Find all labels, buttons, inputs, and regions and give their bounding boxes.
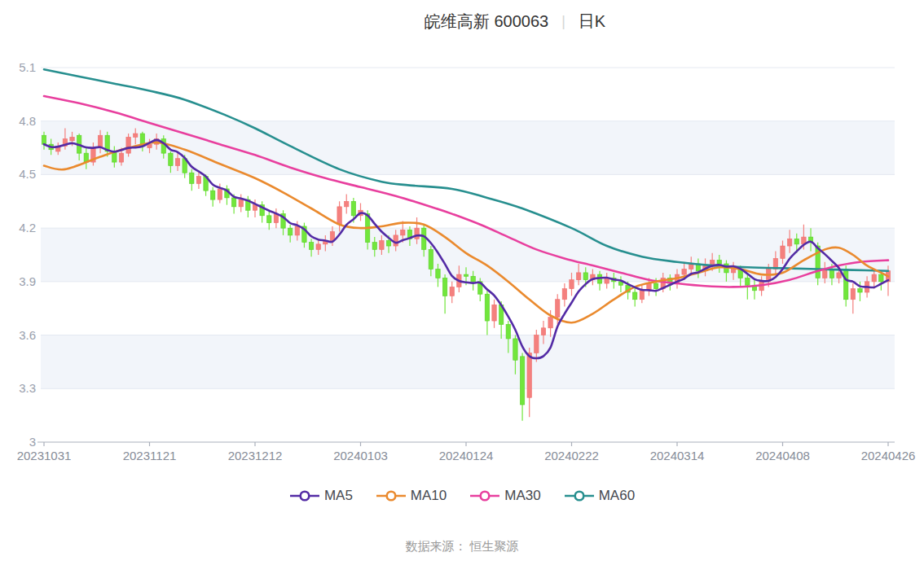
svg-text:5.1: 5.1 — [19, 60, 36, 74]
legend-item-ma10[interactable]: MA10 — [376, 488, 447, 504]
svg-text:20240103: 20240103 — [333, 449, 388, 462]
legend-marker-icon — [289, 489, 320, 502]
y-axis-labels: 5.14.84.54.23.93.63.33 — [19, 60, 36, 449]
legend-marker-icon — [469, 489, 500, 502]
svg-text:20240124: 20240124 — [439, 449, 494, 462]
legend-item-ma30[interactable]: MA30 — [469, 488, 540, 504]
svg-text:3.9: 3.9 — [19, 274, 36, 288]
legend-label: MA10 — [411, 488, 447, 504]
svg-text:20240222: 20240222 — [544, 449, 599, 462]
legend-marker-icon — [376, 489, 407, 502]
x-axis — [37, 442, 895, 446]
legend-label: MA5 — [324, 488, 353, 504]
svg-text:4.8: 4.8 — [19, 114, 36, 128]
legend-item-ma60[interactable]: MA60 — [564, 488, 635, 504]
svg-text:20231031: 20231031 — [17, 449, 72, 462]
kline-chart[interactable]: 2023103120231121202312122024010320240124… — [0, 0, 924, 484]
svg-text:3.6: 3.6 — [19, 328, 36, 342]
svg-text:20231121: 20231121 — [123, 449, 177, 462]
svg-text:20231212: 20231212 — [228, 449, 283, 462]
x-axis-labels: 2023103120231121202312122024010320240124… — [17, 449, 916, 462]
svg-text:3: 3 — [29, 435, 36, 449]
svg-text:20240426: 20240426 — [861, 449, 916, 462]
legend-marker-icon — [564, 489, 595, 502]
legend-label: MA30 — [504, 488, 540, 504]
svg-text:20240314: 20240314 — [650, 449, 705, 462]
kline-page: 皖维高新 600063 | 日K 20231031202311212023121… — [0, 0, 924, 561]
svg-text:4.5: 4.5 — [19, 167, 36, 181]
svg-text:4.2: 4.2 — [19, 221, 36, 234]
legend-label: MA60 — [599, 488, 635, 504]
svg-text:20240408: 20240408 — [755, 449, 810, 462]
legend-item-ma5[interactable]: MA5 — [289, 488, 353, 504]
svg-text:3.3: 3.3 — [19, 381, 36, 395]
data-source: 数据来源： 恒生聚源 — [0, 539, 924, 554]
ma-legend: MA5MA10MA30MA60 — [0, 488, 924, 504]
